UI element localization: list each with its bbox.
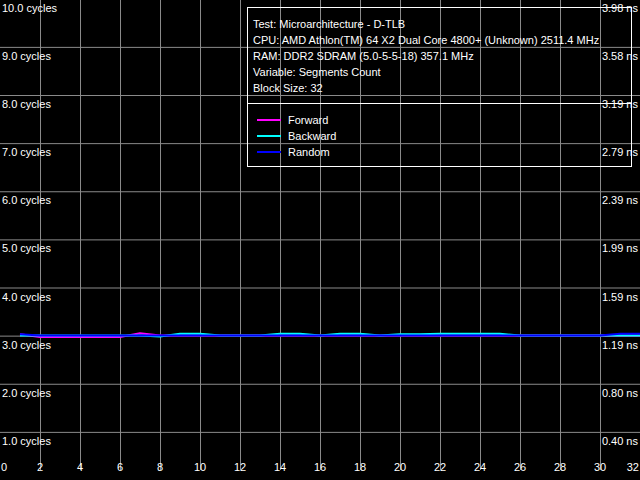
left-axis-cycles-labels: 10.0 cycles9.0 cycles8.0 cycles7.0 cycle… <box>2 2 58 447</box>
x-axis-label-12: 12 <box>234 461 246 473</box>
left-axis-label-8: 8.0 cycles <box>2 98 51 110</box>
x-axis-label-0: 0 <box>1 461 7 473</box>
x-axis-label-22: 22 <box>434 461 446 473</box>
x-axis-label-8: 8 <box>157 461 163 473</box>
right-axis-label-9: 3.58 ns <box>602 50 639 62</box>
info-line-cpu: CPU: AMD Athlon(TM) 64 X2 Dual Core 4800… <box>253 34 599 46</box>
memory-analyzer-chart-window: 3.98 ns3.58 ns3.19 ns2.79 ns2.39 ns1.99 … <box>0 0 640 480</box>
left-axis-label-3: 3.0 cycles <box>2 339 51 351</box>
x-axis-label-6: 6 <box>117 461 123 473</box>
legend: Forward Backward Random <box>257 114 336 158</box>
right-axis-label-6: 2.39 ns <box>602 194 639 206</box>
left-axis-label-7: 7.0 cycles <box>2 146 51 158</box>
x-axis-label-16: 16 <box>314 461 326 473</box>
x-axis-segment-labels: 02468101214161820222426283032 <box>1 461 639 473</box>
right-axis-label-5: 1.99 ns <box>602 242 639 254</box>
left-axis-label-1: 1.0 cycles <box>2 435 51 447</box>
legend-label-forward: Forward <box>288 114 328 126</box>
right-axis-label-4: 1.59 ns <box>602 291 639 303</box>
data-series-lines <box>20 333 640 337</box>
left-axis-label-5: 5.0 cycles <box>2 242 51 254</box>
left-axis-label-4: 4.0 cycles <box>2 291 51 303</box>
info-line-test: Test: Microarchitecture - D-TLB <box>253 18 405 30</box>
right-axis-ns-labels: 3.98 ns3.58 ns3.19 ns2.79 ns2.39 ns1.99 … <box>602 2 639 447</box>
test-info-text: Test: Microarchitecture - D-TLB CPU: AMD… <box>253 18 599 94</box>
info-line-variable: Variable: Segments Count <box>253 66 381 78</box>
right-axis-label-2: 0.80 ns <box>602 387 639 399</box>
x-axis-label-30: 30 <box>594 461 606 473</box>
x-axis-label-4: 4 <box>77 461 83 473</box>
x-axis-label-26: 26 <box>514 461 526 473</box>
legend-label-backward: Backward <box>288 130 336 142</box>
info-line-ram: RAM: DDR2 SDRAM (5.0-5-5-18) 357.1 MHz <box>253 50 474 62</box>
left-axis-label-9: 9.0 cycles <box>2 50 51 62</box>
x-axis-label-10: 10 <box>194 461 206 473</box>
x-axis-label-28: 28 <box>554 461 566 473</box>
x-axis-label-32: 32 <box>627 461 639 473</box>
x-axis-label-14: 14 <box>274 461 286 473</box>
dtlb-latency-chart: 3.98 ns3.58 ns3.19 ns2.79 ns2.39 ns1.99 … <box>0 0 640 480</box>
x-axis-label-2: 2 <box>37 461 43 473</box>
left-axis-label-10: 10.0 cycles <box>2 2 58 14</box>
right-axis-label-7: 2.79 ns <box>602 146 639 158</box>
left-axis-label-2: 2.0 cycles <box>2 387 51 399</box>
x-axis-label-18: 18 <box>354 461 366 473</box>
right-axis-label-3: 1.19 ns <box>602 339 639 351</box>
left-axis-label-6: 6.0 cycles <box>2 194 51 206</box>
x-axis-label-24: 24 <box>474 461 486 473</box>
right-axis-label-1: 0.40 ns <box>602 435 639 447</box>
info-line-blocksize: Block Size: 32 <box>253 82 323 94</box>
legend-label-random: Random <box>288 146 330 158</box>
x-axis-label-20: 20 <box>394 461 406 473</box>
